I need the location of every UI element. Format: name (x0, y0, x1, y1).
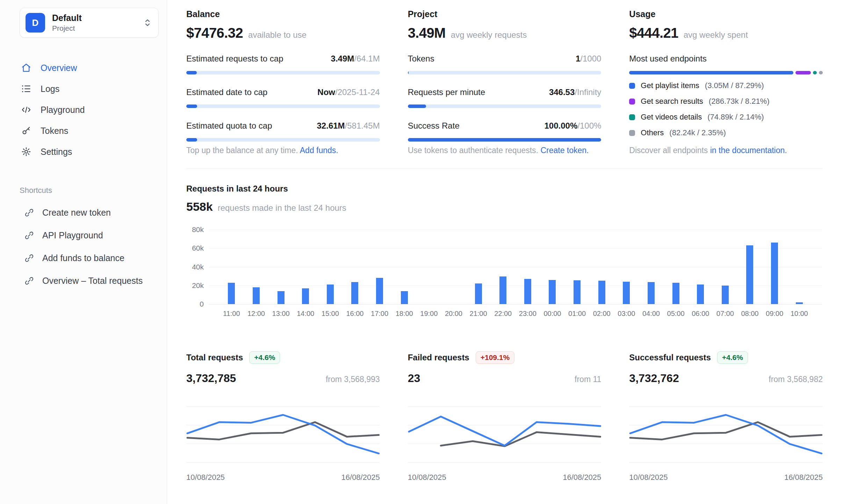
sidebar-nav-item[interactable]: Overview (20, 59, 158, 76)
sidebar-nav-item[interactable]: Logs (20, 80, 158, 97)
gridline (209, 304, 822, 304)
stat-cards-row: Total requests +4.6% 3,732,785 from 3,56… (186, 351, 823, 482)
metric-value: 3.49M/64.1M (331, 54, 380, 64)
project-name: Default (52, 13, 82, 23)
progress-fill (408, 71, 409, 74)
stat-card-value: 3,732,762 (629, 372, 679, 385)
add-funds-link[interactable]: Add funds. (300, 146, 338, 155)
x-axis-tick: 22:00 (494, 310, 512, 318)
progress-track (408, 138, 602, 142)
metric-label: Tokens (408, 54, 434, 64)
metric-label: Estimated quota to cap (186, 121, 272, 131)
x-axis-tick: 02:00 (593, 310, 611, 318)
date-start: 10/08/2025 (408, 473, 446, 482)
create-token-link[interactable]: Create token. (540, 146, 589, 155)
y-axis-tick: 0 (186, 300, 204, 308)
trend-sparkline (186, 404, 380, 465)
documentation-link[interactable]: in the documentation. (710, 146, 787, 155)
progress-track (186, 71, 380, 74)
y-axis-tick: 40k (186, 263, 204, 271)
bar-17:00 (376, 278, 383, 304)
endpoint-segment-get-search-results (795, 71, 811, 74)
shortcut-label: Overview – Total requests (42, 276, 143, 286)
sidebar-nav-item[interactable]: Tokens (20, 122, 158, 139)
x-axis-tick: 00:00 (543, 310, 561, 318)
bar-21:00 (475, 283, 482, 304)
x-axis-tick: 04:00 (642, 310, 660, 318)
usage-title: Usage (629, 9, 823, 19)
x-axis-tick: 17:00 (371, 310, 388, 318)
bar-09:00 (771, 243, 778, 304)
bar-15:00 (327, 285, 334, 304)
legend-swatch (629, 83, 635, 89)
shortcut-label: API Playground (42, 230, 103, 240)
gridline (209, 286, 822, 286)
x-axis-tick: 07:00 (716, 310, 734, 318)
progress-fill (186, 71, 197, 74)
trend-sparkline (629, 404, 823, 465)
endpoint-segment-others (819, 71, 823, 74)
endpoints-legend: Get playlist items (3.05M / 87.29%) Get … (629, 81, 823, 137)
endpoint-legend-item: Others (82.24k / 2.35%) (629, 128, 823, 137)
y-axis-tick: 80k (186, 225, 204, 234)
sidebar-shortcut-item[interactable]: Create new token (20, 208, 158, 218)
legend-swatch (629, 130, 635, 136)
stat-card-badge: +4.6% (249, 351, 280, 364)
balance-footer: Top up the balance at any time. Add fund… (186, 146, 338, 155)
sidebar-nav-item[interactable]: Settings (20, 143, 158, 160)
progress-track (408, 71, 602, 74)
bar-chart-plot (209, 226, 822, 304)
stat-card-failed-requests: Failed requests +109.1% 23 from 11 10/08… (408, 351, 602, 482)
stat-card-previous: from 11 (575, 375, 601, 384)
balance-amount: $7476.32 (186, 25, 243, 41)
stat-card-title: Failed requests (408, 353, 469, 362)
project-switcher[interactable]: D Default Project (20, 8, 159, 38)
requests-24h-value: 558k (186, 200, 213, 214)
metric-row: Success Rate 100.00%/100% (408, 121, 602, 142)
metric-row: Estimated date to cap Now/2025-11-24 (186, 87, 380, 108)
bar-04:00 (648, 282, 655, 304)
section-divider (186, 168, 823, 168)
link-icon (24, 208, 34, 217)
most-used-endpoints-heading: Most used endpoints (629, 54, 706, 64)
bar-22:00 (499, 276, 506, 304)
bar-11:00 (228, 283, 235, 304)
sidebar-shortcut-item[interactable]: Overview – Total requests (20, 276, 158, 286)
stat-card-badge: +4.6% (717, 351, 748, 364)
x-axis-tick: 08:00 (741, 310, 758, 318)
sidebar-shortcuts: Shortcuts Create new token API Playgroun… (20, 186, 158, 286)
stat-card-badge: +109.1% (476, 351, 515, 364)
stat-card-previous: from 3,568,982 (769, 375, 823, 384)
bar-05:00 (672, 283, 679, 304)
stat-card-value: 3,732,785 (186, 372, 236, 385)
bar-12:00 (253, 287, 260, 304)
endpoint-legend-item: Get playlist items (3.05M / 87.29%) (629, 81, 823, 90)
progress-fill (186, 138, 197, 142)
metric-row: Estimated quota to cap 32.61M/581.45M (186, 121, 380, 142)
shortcuts-heading: Shortcuts (20, 186, 158, 195)
metric-row: Requests per minute 346.53/Infinity (408, 87, 602, 108)
bar-02:00 (598, 281, 605, 304)
sidebar-shortcut-item[interactable]: API Playground (20, 230, 158, 240)
home-icon (21, 63, 31, 73)
sidebar-shortcut-item[interactable]: Add funds to balance (20, 253, 158, 263)
project-title: Project (408, 9, 602, 19)
progress-fill (408, 138, 602, 142)
stat-card-successful-requests: Successful requests +4.6% 3,732,762 from… (629, 351, 823, 482)
progress-track (408, 105, 602, 108)
nav-item-label: Tokens (41, 126, 68, 136)
bar-01:00 (574, 280, 581, 304)
bar-03:00 (623, 282, 630, 304)
metric-value: 100.00%/100% (545, 121, 602, 131)
legend-label: Others (641, 128, 664, 137)
stat-card-title: Total requests (186, 353, 243, 362)
bar-16:00 (351, 282, 358, 304)
date-range: 10/08/202516/08/2025 (186, 473, 380, 482)
x-axis-tick: 19:00 (420, 310, 438, 318)
x-axis-tick: 14:00 (297, 310, 314, 318)
x-axis-tick: 16:00 (346, 310, 363, 318)
key-icon (21, 125, 31, 136)
sidebar-nav-item[interactable]: Playground (20, 101, 158, 118)
x-axis-tick: 20:00 (445, 310, 462, 318)
x-axis-tick: 11:00 (223, 310, 240, 318)
